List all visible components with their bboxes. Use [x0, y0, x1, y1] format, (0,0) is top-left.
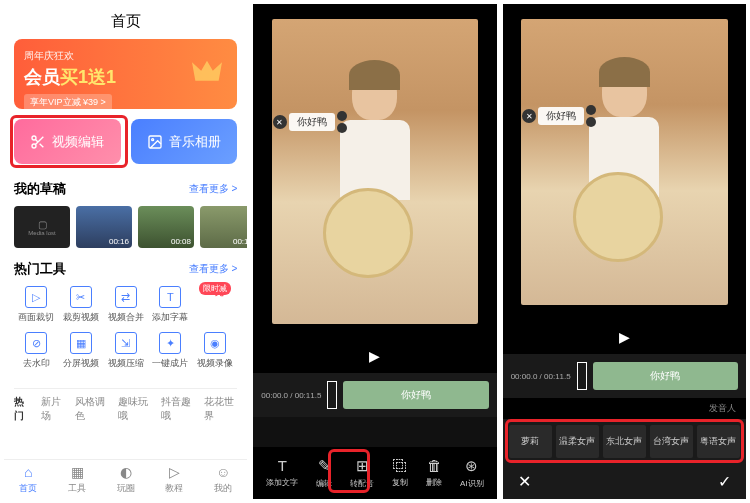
- hot-tab[interactable]: 趣味玩哦: [118, 395, 151, 423]
- bottom-nav: ⌂首页 ▦工具 ◐玩圈 ▷教程 ☺我的: [4, 459, 247, 499]
- timeline-marker[interactable]: [327, 381, 337, 409]
- draft-item[interactable]: 00:16: [76, 206, 132, 248]
- timeline-clip[interactable]: 你好鸭: [343, 381, 488, 409]
- hot-tab[interactable]: 热门: [14, 395, 31, 423]
- music-album-button[interactable]: 音乐相册: [131, 119, 238, 164]
- tool-merge[interactable]: ⇄视频合并: [103, 286, 148, 324]
- text-overlay[interactable]: ✕ 你好鸭: [522, 105, 596, 127]
- play-button[interactable]: ▶: [369, 348, 380, 364]
- tool-add-text[interactable]: T添加文字: [266, 457, 298, 489]
- svg-line-3: [40, 143, 44, 147]
- timeline[interactable]: 00:00.0 / 00:11.5 你好鸭: [253, 373, 496, 417]
- voice-options: 萝莉 温柔女声 东北女声 台湾女声 粤语女声: [503, 419, 746, 464]
- voice-option[interactable]: 温柔女声: [556, 425, 599, 458]
- editor-panel-tools: ✕ 你好鸭 ▶ 00:00.0 / 00:11.5 你好鸭 T添加文字 ✎编辑 …: [253, 4, 496, 499]
- hot-tab[interactable]: 花花世界: [204, 395, 237, 423]
- svg-point-6: [152, 138, 154, 140]
- hot-tabs: 热门 新片场 风格调色 趣味玩哦 抖音趣哦 花花世界: [14, 388, 237, 423]
- tools-title: 热门工具: [14, 260, 66, 278]
- tool-copy[interactable]: ⿻复制: [392, 457, 408, 489]
- tool-watermark[interactable]: ⊘去水印: [14, 332, 59, 370]
- tool-compress[interactable]: ⇲视频压缩: [103, 332, 148, 370]
- tool-ai[interactable]: ⊛AI识别: [460, 457, 484, 489]
- image-icon: [147, 134, 163, 150]
- cancel-button[interactable]: ✕: [518, 472, 531, 491]
- tool-split[interactable]: ▦分屏视频: [59, 332, 104, 370]
- tool-delete[interactable]: 🗑删除: [426, 457, 442, 489]
- editor-panel-voices: ✕ 你好鸭 ▶ 00:00.0 / 00:11.5 你好鸭 发音人 萝莉 温柔女…: [503, 4, 746, 499]
- nav-home[interactable]: ⌂首页: [4, 464, 53, 495]
- voice-option[interactable]: 萝莉: [509, 425, 552, 458]
- svg-point-1: [32, 144, 36, 148]
- video-preview[interactable]: ✕ 你好鸭: [253, 4, 496, 339]
- draft-item[interactable]: ▢Media lost: [14, 206, 70, 248]
- play-button[interactable]: ▶: [619, 329, 630, 345]
- nav-play[interactable]: ◐玩圈: [101, 464, 150, 495]
- confirm-button[interactable]: ✓: [718, 472, 731, 491]
- home-panel: 首页 周年庆狂欢 会员买1送1 享年VIP立减 ¥39 > 视频编辑 音乐相册 …: [4, 4, 247, 499]
- nav-tools[interactable]: ▦工具: [53, 464, 102, 495]
- tool-subtitle[interactable]: T添加字幕: [148, 286, 193, 324]
- hot-tab[interactable]: 抖音趣哦: [161, 395, 194, 423]
- tools-more-link[interactable]: 查看更多 >: [189, 262, 238, 276]
- close-icon[interactable]: ✕: [273, 115, 287, 129]
- tool-record[interactable]: ◉视频录像: [193, 332, 238, 370]
- tool-crop[interactable]: ▷画面裁切: [14, 286, 59, 324]
- close-icon[interactable]: ✕: [522, 109, 536, 123]
- tool-promo[interactable]: 39元限时减: [193, 286, 238, 324]
- timeline-marker[interactable]: [577, 362, 587, 390]
- video-preview[interactable]: ✕ 你好鸭: [503, 4, 746, 320]
- tool-auto[interactable]: ✦一键成片: [148, 332, 193, 370]
- tool-edit[interactable]: ✎编辑: [316, 457, 332, 489]
- promo-banner[interactable]: 周年庆狂欢 会员买1送1 享年VIP立减 ¥39 >: [14, 39, 237, 109]
- nav-me[interactable]: ☺我的: [199, 464, 248, 495]
- video-edit-button[interactable]: 视频编辑: [14, 119, 121, 164]
- voice-option[interactable]: 粤语女声: [697, 425, 740, 458]
- crown-icon: [187, 54, 227, 94]
- nav-tutorial[interactable]: ▷教程: [150, 464, 199, 495]
- tool-trim[interactable]: ✂裁剪视频: [59, 286, 104, 324]
- text-overlay[interactable]: ✕ 你好鸭: [273, 111, 347, 133]
- timeline[interactable]: 00:00.0 / 00:11.5 你好鸭: [503, 354, 746, 398]
- tools-grid: ▷画面裁切 ✂裁剪视频 ⇄视频合并 T添加字幕 39元限时减 ⊘去水印 ▦分屏视…: [14, 286, 237, 378]
- drafts-more-link[interactable]: 查看更多 >: [189, 182, 238, 196]
- hot-tab[interactable]: 风格调色: [75, 395, 108, 423]
- draft-item[interactable]: 00:08: [138, 206, 194, 248]
- drafts-title: 我的草稿: [14, 180, 66, 198]
- scissors-icon: [30, 134, 46, 150]
- timeline-clip[interactable]: 你好鸭: [593, 362, 738, 390]
- voice-option[interactable]: 东北女声: [603, 425, 646, 458]
- voice-option[interactable]: 台湾女声: [650, 425, 693, 458]
- editor-toolbar: T添加文字 ✎编辑 ⊞转配音 ⿻复制 🗑删除 ⊛AI识别: [253, 447, 496, 499]
- hot-tab[interactable]: 新片场: [41, 395, 66, 423]
- voice-section-label: 发音人: [503, 398, 746, 419]
- page-title: 首页: [4, 4, 247, 39]
- draft-item[interactable]: 00:18: [200, 206, 247, 248]
- drafts-row: ▢Media lost 00:16 00:08 00:18: [14, 206, 237, 248]
- tool-dub[interactable]: ⊞转配音: [350, 457, 374, 489]
- svg-point-0: [32, 136, 36, 140]
- svg-line-4: [36, 139, 39, 142]
